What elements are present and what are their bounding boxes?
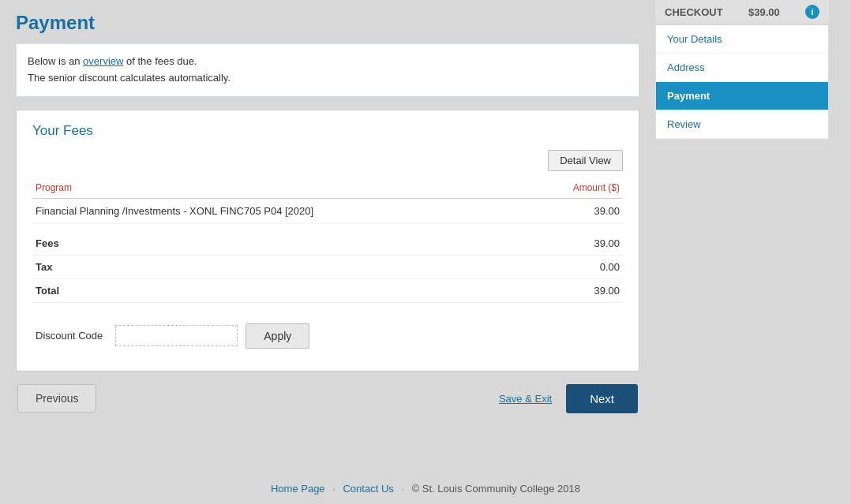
sidebar: CHECKOUT $39.00 i Your DetailsAddressPay… [655,0,829,504]
discount-code-input[interactable] [115,325,238,346]
copyright-text: © St. Louis Community College 2018 [412,483,580,495]
fees-section-title: Your Fees [32,123,623,139]
apply-button[interactable]: Apply [246,323,309,349]
save-exit-button[interactable]: Save & Exit [499,393,552,405]
summary-value: 0.00 [600,261,620,273]
amount-column-header: Amount ($) [530,179,623,199]
summary-value: 39.00 [594,285,620,297]
page-title: Payment [16,8,639,34]
info-box: Below is an overview of the fees due. Th… [16,43,639,97]
checkout-header: CHECKOUT $39.00 i [655,0,829,24]
discount-row: Discount Code Apply [32,317,623,355]
program-cell: Financial Planning /Investments - XONL F… [32,198,530,223]
next-button[interactable]: Next [566,384,638,413]
nav-right: Save & Exit Next [499,384,638,413]
home-page-link[interactable]: Home Page [271,483,325,495]
summary-row: Total 39.00 [32,279,623,303]
info-line1: Below is an overview of the fees due. [28,54,628,70]
program-column-header: Program [32,179,530,199]
info-line2: The senior discount calculates automatic… [28,70,628,87]
amount-cell: 39.00 [530,198,623,223]
footer: Home Page · Contact Us · © St. Louis Com… [0,473,851,504]
checkout-label: CHECKOUT [665,6,723,18]
info-highlight: overview [83,55,123,67]
separator1: · [332,483,336,495]
fees-summary: Fees 39.00 Tax 0.00 Total 39.00 [32,232,623,303]
info-icon[interactable]: i [805,5,819,19]
sidebar-nav-item[interactable]: Payment [656,82,828,110]
previous-button[interactable]: Previous [17,384,96,413]
summary-label: Fees [36,237,59,249]
summary-row: Fees 39.00 [32,232,623,256]
summary-label: Tax [36,261,52,273]
fees-table: Program Amount ($) Financial Planning /I… [32,179,623,224]
checkout-price: $39.00 [748,6,780,18]
discount-code-label: Discount Code [36,330,103,342]
contact-us-link[interactable]: Contact Us [343,483,393,495]
fees-section: Your Fees Detail View Program Amount ($)… [16,110,639,371]
summary-row: Tax 0.00 [32,256,623,279]
sidebar-nav-item[interactable]: Your Details [656,25,828,54]
summary-value: 39.00 [594,237,620,249]
table-row: Financial Planning /Investments - XONL F… [32,198,623,223]
sidebar-nav-item[interactable]: Review [656,110,828,139]
navigation-buttons: Previous Save & Exit Next [16,384,639,413]
sidebar-nav-item[interactable]: Address [656,54,828,82]
summary-label: Total [36,285,59,297]
sidebar-nav: Your DetailsAddressPaymentReview [655,24,829,140]
separator2: · [401,483,404,495]
detail-view-button[interactable]: Detail View [548,150,623,171]
